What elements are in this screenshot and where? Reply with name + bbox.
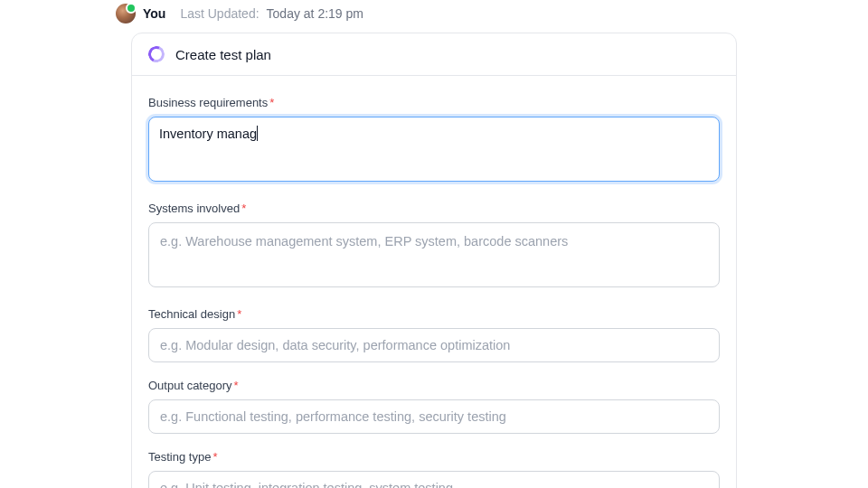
- label-text: Technical design: [148, 307, 235, 321]
- business-requirements-label: Business requirements*: [148, 96, 720, 109]
- create-test-plan-card: Create test plan Business requirements* …: [131, 33, 737, 488]
- user-name: You: [143, 6, 165, 21]
- last-updated-label: Last Updated:: [180, 6, 259, 21]
- business-requirements-input[interactable]: [148, 117, 720, 182]
- spinner-icon: [146, 43, 166, 64]
- label-text: Business requirements: [148, 96, 268, 109]
- required-asterisk: *: [237, 307, 241, 321]
- user-avatar[interactable]: [116, 4, 136, 23]
- meta-header: You Last Updated: Today at 2:19 pm: [0, 0, 868, 33]
- testing-type-input[interactable]: [148, 471, 720, 488]
- required-asterisk: *: [212, 450, 217, 464]
- technical-design-input[interactable]: [148, 328, 720, 362]
- required-asterisk: *: [234, 379, 239, 392]
- field-business-requirements: Business requirements* Inventory manag: [148, 96, 720, 185]
- last-updated-value: Today at 2:19 pm: [267, 6, 363, 21]
- label-text: Systems involved: [148, 202, 240, 215]
- technical-design-label: Technical design*: [148, 307, 720, 321]
- label-text: Testing type: [148, 450, 211, 464]
- systems-involved-input[interactable]: [148, 222, 720, 287]
- required-asterisk: *: [241, 202, 246, 215]
- field-technical-design: Technical design*: [148, 307, 720, 362]
- output-category-input[interactable]: [148, 399, 720, 434]
- output-category-label: Output category*: [148, 379, 720, 392]
- card-body: Business requirements* Inventory manag S…: [132, 76, 736, 488]
- card-header: Create test plan: [132, 33, 736, 76]
- field-testing-type: Testing type*: [148, 450, 720, 488]
- systems-involved-label: Systems involved*: [148, 202, 720, 215]
- card-title: Create test plan: [175, 47, 271, 62]
- field-systems-involved: Systems involved*: [148, 202, 720, 291]
- testing-type-label: Testing type*: [148, 450, 720, 464]
- label-text: Output category: [148, 379, 232, 392]
- required-asterisk: *: [269, 96, 274, 109]
- field-output-category: Output category*: [148, 379, 720, 434]
